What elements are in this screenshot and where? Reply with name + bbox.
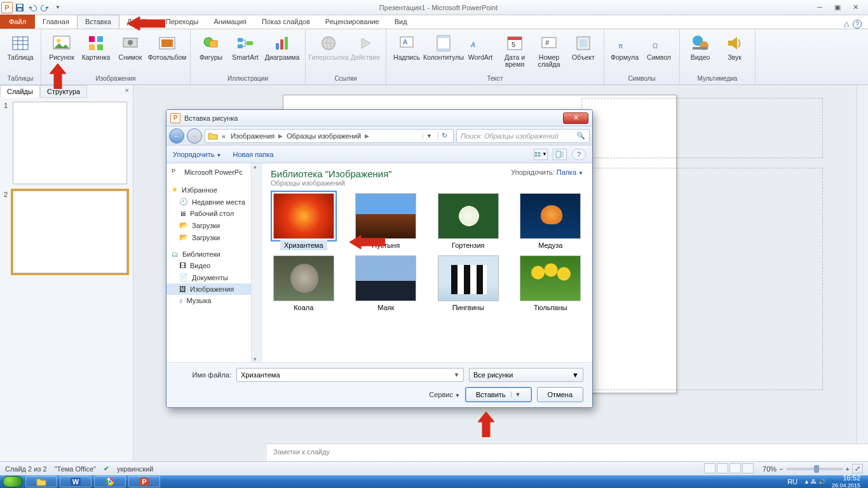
- smartart-button[interactable]: SmartArt: [229, 30, 262, 61]
- tree-favorites[interactable]: ★Избранное: [166, 184, 261, 196]
- equation-button[interactable]: πФормула: [608, 30, 641, 61]
- tab-review[interactable]: Рецензирование: [318, 15, 387, 29]
- tree-music[interactable]: ♪Музыка: [166, 295, 261, 306]
- tree-downloads[interactable]: 📂Загрузки: [166, 219, 261, 231]
- content-placeholder[interactable]: [581, 168, 823, 390]
- taskbar-powerpoint[interactable]: P: [128, 476, 160, 487]
- file-item[interactable]: Маяк: [351, 255, 422, 313]
- path-dropdown-icon[interactable]: ▼: [423, 133, 435, 139]
- start-button[interactable]: [3, 476, 23, 487]
- table-button[interactable]: Таблица: [4, 30, 37, 61]
- zoom-out-icon[interactable]: −: [779, 465, 783, 473]
- chevron-down-icon[interactable]: ▼: [572, 371, 579, 379]
- insert-button[interactable]: Вставить▼: [465, 387, 532, 402]
- maximize-button[interactable]: ▣: [831, 3, 844, 11]
- organize-menu[interactable]: Упорядочить ▼: [173, 151, 221, 158]
- wordart-button[interactable]: AWordArt: [464, 30, 497, 61]
- tree-libraries[interactable]: 🗂Библиотеки: [166, 248, 261, 260]
- tree-documents[interactable]: 📄Документы: [166, 271, 261, 283]
- preview-pane-button[interactable]: [553, 149, 567, 160]
- tab-insert[interactable]: Вставка: [77, 15, 119, 29]
- forward-button[interactable]: →: [187, 128, 202, 144]
- datetime-button[interactable]: 5Дата и время: [498, 30, 531, 68]
- fit-slide-icon[interactable]: ⤢: [852, 464, 863, 473]
- zoom-control[interactable]: 70% − + ⤢: [763, 464, 863, 473]
- taskbar-explorer[interactable]: [25, 476, 57, 487]
- new-folder-button[interactable]: Новая папка: [233, 151, 273, 158]
- zoom-in-icon[interactable]: +: [846, 465, 850, 473]
- keyboard-layout[interactable]: RU: [787, 478, 797, 485]
- help-button[interactable]: ?: [572, 149, 586, 160]
- video-button[interactable]: Видео: [684, 30, 717, 61]
- tools-menu[interactable]: Сервис ▼: [429, 391, 460, 398]
- minimize-ribbon-icon[interactable]: △: [844, 20, 849, 29]
- taskbar-word[interactable]: W: [60, 476, 92, 487]
- tree-video[interactable]: 🎞Видео: [166, 260, 261, 271]
- help-icon[interactable]: ?: [853, 20, 862, 29]
- address-bar[interactable]: « Изображения ▶ Образцы изображений ▶ ▼ …: [205, 129, 454, 143]
- tab-file[interactable]: Файл: [0, 15, 35, 29]
- tree-desktop[interactable]: 🖥Рабочий стол: [166, 208, 261, 219]
- redo-icon[interactable]: [39, 2, 51, 13]
- tab-transitions[interactable]: Переходы: [158, 15, 207, 29]
- tree-downloads-2[interactable]: 📂Загрузки: [166, 231, 261, 243]
- slide-thumb-2[interactable]: 2: [4, 191, 129, 273]
- file-item[interactable]: Медуза: [515, 193, 587, 250]
- tab-animation[interactable]: Анимация: [206, 15, 254, 29]
- tab-slideshow[interactable]: Показ слайдов: [254, 15, 318, 29]
- file-item[interactable]: Хризантема: [268, 193, 339, 250]
- taskbar-chrome[interactable]: [94, 476, 126, 487]
- sort-control[interactable]: Упорядочить: Папка ▼: [511, 168, 583, 176]
- view-mode-button[interactable]: ▼: [534, 149, 548, 160]
- zoom-slider[interactable]: [786, 468, 843, 470]
- photoalbum-button[interactable]: Фотоальбом: [148, 30, 186, 61]
- slide-indicator[interactable]: Слайд 2 из 2: [5, 465, 47, 473]
- theme-indicator[interactable]: "Тема Office": [55, 465, 96, 473]
- cancel-button[interactable]: Отмена: [537, 387, 583, 402]
- tray-icons[interactable]: ▲ 🖧 🔊: [804, 478, 825, 485]
- language-indicator[interactable]: украинский: [117, 465, 153, 473]
- outline-tab[interactable]: Структура: [40, 85, 87, 98]
- slides-tab[interactable]: Слайды: [0, 85, 40, 98]
- undo-icon[interactable]: [27, 2, 38, 13]
- minimize-button[interactable]: ─: [813, 3, 826, 11]
- tree-images[interactable]: 🖼Изображения: [166, 283, 261, 295]
- object-button[interactable]: Объект: [567, 30, 600, 61]
- file-filter[interactable]: Все рисунки▼: [469, 368, 583, 382]
- vertical-scrollbar[interactable]: [857, 85, 868, 444]
- shapes-button[interactable]: Фигуры: [194, 30, 227, 61]
- textbox-button[interactable]: AНадпись: [390, 30, 423, 61]
- chart-button[interactable]: Диаграмма: [263, 30, 301, 61]
- chevron-down-icon[interactable]: ▼: [454, 372, 459, 378]
- audio-button[interactable]: Звук: [718, 30, 751, 61]
- file-item[interactable]: Гортензия: [433, 193, 504, 250]
- tree-recent[interactable]: 🕘Недавние места: [166, 196, 261, 208]
- file-item[interactable]: Пустыня: [351, 193, 422, 250]
- file-item[interactable]: Коала: [268, 255, 339, 313]
- clipart-button[interactable]: Картинка: [79, 30, 112, 61]
- headerfooter-button[interactable]: Колонтитулы: [424, 30, 463, 61]
- close-button[interactable]: ✕: [849, 3, 862, 11]
- picture-button[interactable]: Рисунок: [45, 30, 78, 61]
- chevron-down-icon[interactable]: ▼: [511, 391, 521, 398]
- view-buttons[interactable]: [704, 463, 755, 475]
- file-item[interactable]: Пингвины: [433, 255, 504, 313]
- tree-scrollbar[interactable]: [251, 163, 261, 362]
- panel-close-icon[interactable]: ×: [121, 85, 133, 98]
- tab-view[interactable]: Вид: [387, 15, 415, 29]
- title-placeholder[interactable]: [581, 98, 823, 158]
- spellcheck-icon[interactable]: ✔: [104, 464, 109, 473]
- symbol-button[interactable]: ΩСимвол: [642, 30, 675, 61]
- tab-home[interactable]: Главная: [35, 15, 77, 29]
- back-button[interactable]: ←: [169, 128, 184, 144]
- screenshot-button[interactable]: Снимок: [114, 30, 147, 61]
- slide-thumb-1[interactable]: 1: [4, 102, 129, 184]
- dialog-close-button[interactable]: ✕: [563, 112, 588, 124]
- file-item[interactable]: Тюльпаны: [515, 255, 587, 313]
- tray-clock[interactable]: 16:5226.04.2015: [832, 475, 860, 488]
- refresh-icon[interactable]: ↻: [438, 132, 451, 140]
- save-icon[interactable]: [14, 2, 25, 13]
- slidenum-button[interactable]: #Номер слайда: [532, 30, 566, 68]
- notes-pane[interactable]: Заметки к слайду: [267, 444, 868, 461]
- tree-powerpoint[interactable]: PMicrosoft PowerPс: [166, 166, 261, 179]
